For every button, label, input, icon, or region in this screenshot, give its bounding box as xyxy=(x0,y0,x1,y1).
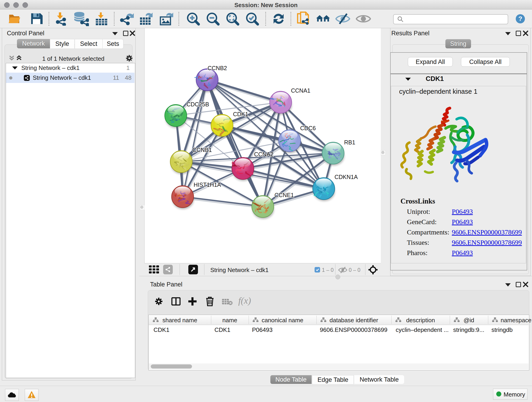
svg-text:CCNA2: CCNA2 xyxy=(254,151,273,157)
svg-text:CCNB2: CCNB2 xyxy=(208,65,227,71)
svg-text:CDC6: CDC6 xyxy=(300,125,316,131)
svg-text:HIST1H1A: HIST1H1A xyxy=(194,182,221,188)
svg-text:CDC25B: CDC25B xyxy=(186,101,209,108)
svg-text:CCNA1: CCNA1 xyxy=(291,87,310,94)
svg-text:CCNB1: CCNB1 xyxy=(192,147,212,153)
svg-text:CDK1: CDK1 xyxy=(233,111,248,117)
svg-text:RB1: RB1 xyxy=(344,139,355,146)
svg-text:CCNE1: CCNE1 xyxy=(274,192,294,198)
svg-text:CDKN1A: CDKN1A xyxy=(335,174,358,180)
